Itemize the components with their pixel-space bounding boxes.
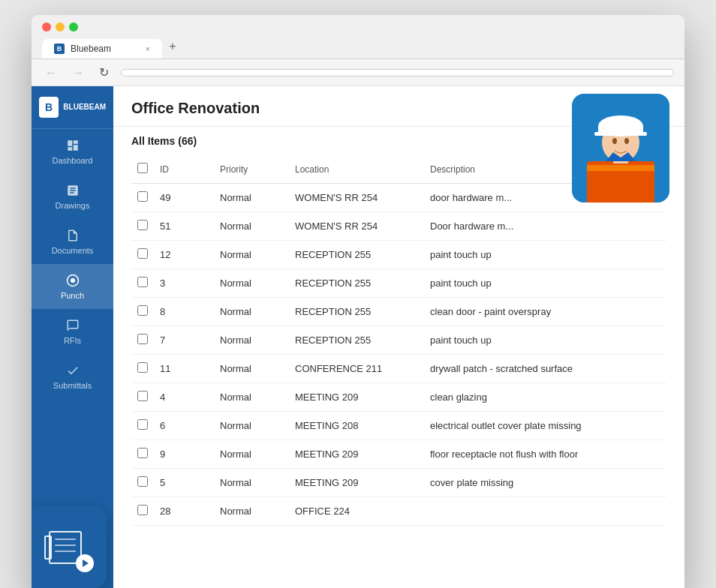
row-location: RECEPTION 255 xyxy=(289,326,424,355)
table-body: 49 Normal WOMEN'S RR 254 door hardware m… xyxy=(131,184,666,526)
address-bar[interactable] xyxy=(121,69,674,76)
row-checkbox-cell[interactable] xyxy=(131,241,154,269)
row-description: floor receptacle not flush with floor xyxy=(424,440,666,469)
rfis-icon xyxy=(65,318,80,333)
maximize-dot[interactable] xyxy=(69,22,78,32)
row-checkbox-cell[interactable] xyxy=(131,298,154,326)
tab-close-button[interactable]: × xyxy=(146,44,150,53)
svg-point-7 xyxy=(612,138,617,144)
svg-rect-4 xyxy=(587,165,654,171)
table-row[interactable]: 12 Normal RECEPTION 255 paint touch up xyxy=(131,241,666,269)
new-tab-button[interactable]: + xyxy=(164,38,182,56)
row-checkbox[interactable] xyxy=(137,391,148,401)
minimize-dot[interactable] xyxy=(56,22,65,32)
row-priority: Normal xyxy=(214,497,289,526)
row-checkbox-cell[interactable] xyxy=(131,326,154,355)
row-checkbox-cell[interactable] xyxy=(131,440,154,469)
row-checkbox-cell[interactable] xyxy=(131,383,154,412)
app-layout: B BLUEBEAM Dashboard Drawings Docume xyxy=(32,86,684,588)
sidebar-item-punch[interactable]: Punch xyxy=(32,264,113,309)
table-row[interactable]: 8 Normal RECEPTION 255 clean door - pain… xyxy=(131,298,666,326)
browser-nav: ← → ↻ xyxy=(32,59,684,86)
row-id: 7 xyxy=(154,326,214,355)
sidebar-item-documents[interactable]: Documents xyxy=(32,219,113,264)
row-checkbox-cell[interactable] xyxy=(131,355,154,383)
row-checkbox[interactable] xyxy=(137,305,148,316)
sidebar-item-rfis[interactable]: RFIs xyxy=(32,309,113,354)
row-checkbox-cell[interactable] xyxy=(131,184,154,212)
dashboard-icon xyxy=(65,138,80,153)
sidebar-label-drawings: Drawings xyxy=(56,201,90,210)
sidebar-logo: B BLUEBEAM xyxy=(32,86,113,129)
sidebar-label-rfis: RFIs xyxy=(64,336,81,345)
active-tab[interactable]: B Bluebeam × xyxy=(42,39,162,58)
sidebar-label-dashboard: Dashboard xyxy=(53,156,93,165)
row-location: MEETING 209 xyxy=(289,383,424,412)
row-id: 8 xyxy=(154,298,214,326)
col-header-location: Location xyxy=(289,155,424,184)
browser-window: B Bluebeam × + ← → ↻ B BLUEBEAM Dashboar… xyxy=(32,15,684,588)
row-location: WOMEN'S RR 254 xyxy=(289,212,424,241)
table-row[interactable]: 51 Normal WOMEN'S RR 254 Door hardware m… xyxy=(131,212,666,241)
row-location: MEETING 209 xyxy=(289,440,424,469)
sidebar-label-submittals: Submittals xyxy=(53,381,92,390)
nav-forward-button[interactable]: → xyxy=(69,64,87,81)
row-checkbox-cell[interactable] xyxy=(131,269,154,298)
svg-rect-11 xyxy=(594,132,647,136)
row-checkbox[interactable] xyxy=(137,191,148,202)
documents-icon xyxy=(65,228,80,243)
row-checkbox[interactable] xyxy=(137,248,148,259)
browser-chrome: B Bluebeam × + xyxy=(32,15,684,59)
row-checkbox-cell[interactable] xyxy=(131,497,154,526)
avatar-svg xyxy=(572,94,669,202)
nav-back-button[interactable]: ← xyxy=(42,64,60,81)
row-checkbox[interactable] xyxy=(137,476,148,487)
close-dot[interactable] xyxy=(42,22,51,32)
svg-point-8 xyxy=(624,138,629,144)
row-priority: Normal xyxy=(214,269,289,298)
file-activity-widget[interactable] xyxy=(32,506,107,588)
sidebar-item-dashboard[interactable]: Dashboard xyxy=(32,129,113,174)
row-checkbox-cell[interactable] xyxy=(131,412,154,440)
row-location: CONFERENCE 211 xyxy=(289,355,424,383)
table-row[interactable]: 5 Normal MEETING 209 cover plate missing xyxy=(131,469,666,497)
table-row[interactable]: 9 Normal MEETING 209 floor receptacle no… xyxy=(131,440,666,469)
table-row[interactable]: 3 Normal RECEPTION 255 paint touch up xyxy=(131,269,666,298)
nav-refresh-button[interactable]: ↻ xyxy=(96,64,112,81)
table-row[interactable]: 7 Normal RECEPTION 255 paint touch up xyxy=(131,326,666,355)
row-id: 12 xyxy=(154,241,214,269)
row-checkbox[interactable] xyxy=(137,505,148,515)
row-checkbox[interactable] xyxy=(137,277,148,287)
widget-icon xyxy=(43,529,88,566)
col-checkbox xyxy=(131,155,154,184)
sidebar-label-punch: Punch xyxy=(61,291,84,300)
table-row[interactable]: 28 Normal OFFICE 224 xyxy=(131,497,666,526)
row-checkbox[interactable] xyxy=(137,220,148,230)
row-id: 28 xyxy=(154,497,214,526)
row-priority: Normal xyxy=(214,383,289,412)
sidebar: B BLUEBEAM Dashboard Drawings Docume xyxy=(32,86,113,588)
table-container[interactable]: ID Priority Location Description 49 Norm… xyxy=(113,155,684,588)
row-checkbox-cell[interactable] xyxy=(131,212,154,241)
row-description: clean door - paint overspray xyxy=(424,298,666,326)
table-row[interactable]: 11 Normal CONFERENCE 211 drywall patch -… xyxy=(131,355,666,383)
main-content: Office Renovation All Items (66) ID Prio… xyxy=(113,86,684,588)
punch-icon xyxy=(65,273,80,288)
svg-point-1 xyxy=(71,278,75,283)
row-location: MEETING 208 xyxy=(289,412,424,440)
row-checkbox[interactable] xyxy=(137,448,148,458)
sidebar-item-submittals[interactable]: Submittals xyxy=(32,354,113,399)
row-checkbox[interactable] xyxy=(137,334,148,344)
row-id: 6 xyxy=(154,412,214,440)
row-id: 5 xyxy=(154,469,214,497)
sidebar-item-drawings[interactable]: Drawings xyxy=(32,174,113,219)
row-description xyxy=(424,497,666,526)
row-checkbox-cell[interactable] xyxy=(131,469,154,497)
row-checkbox[interactable] xyxy=(137,419,148,430)
table-row[interactable]: 4 Normal MEETING 209 clean glazing xyxy=(131,383,666,412)
select-all-checkbox[interactable] xyxy=(137,163,148,173)
row-id: 9 xyxy=(154,440,214,469)
row-id: 3 xyxy=(154,269,214,298)
row-checkbox[interactable] xyxy=(137,362,148,373)
table-row[interactable]: 6 Normal MEETING 208 electrical outlet c… xyxy=(131,412,666,440)
